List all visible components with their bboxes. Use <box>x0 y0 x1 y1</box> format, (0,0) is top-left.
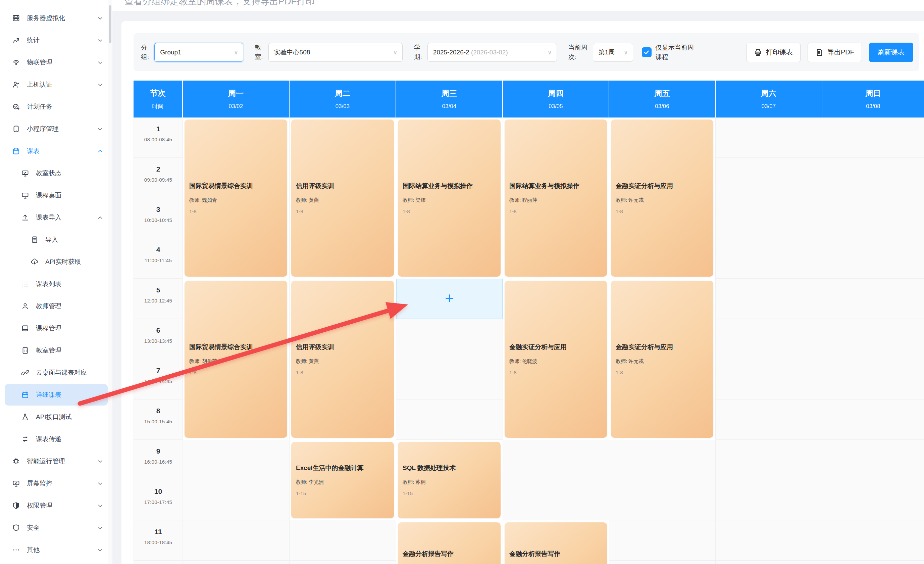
sidebar-item-小程序管理[interactable]: 小程序管理 <box>0 118 112 140</box>
sidebar-item-label: 权限管理 <box>27 501 52 510</box>
sidebar-item-课表传递[interactable]: 课表传递 <box>0 428 112 450</box>
transfer-icon <box>21 435 29 443</box>
period-7: 714:00-14:45 <box>134 359 183 400</box>
sidebar-item-详细课表[interactable]: 详细课表 <box>0 384 112 406</box>
sidebar-item-导入[interactable]: 导入 <box>0 229 112 251</box>
course-title: 金融分析报告写作 <box>509 550 602 558</box>
course-card[interactable]: 国际贸易情景综合实训教师: 魏如青1-8 <box>184 119 287 277</box>
week-select-value: 第1周 <box>598 48 620 57</box>
course-card[interactable]: 金融实证分析与应用教师: 伦晓波1-8 <box>505 281 607 438</box>
course-week-range: 1-8 <box>189 370 282 375</box>
course-card[interactable]: SQL 数据处理技术教师: 苏桐1-15 <box>398 442 501 518</box>
sidebar-item-权限管理[interactable]: 权限管理 <box>0 495 112 517</box>
course-card[interactable]: 金融实证分析与应用教师: 许元戎1-8 <box>611 281 713 438</box>
week-select[interactable]: 第1周 ∨ <box>593 43 633 62</box>
current-week-only-checkbox-group: 仅显示当前周 课程 <box>642 43 694 62</box>
list-icon <box>21 280 29 288</box>
course-card[interactable]: 国际结算业务与模拟操作教师: 程丽萍1-8 <box>505 119 607 277</box>
semester-select[interactable]: 2025-2026-2 (2026-03-02) ∨ <box>428 43 557 62</box>
course-card[interactable]: 国际贸易情景综合实训教师: 胡俊芳1-8 <box>184 281 287 438</box>
course-card[interactable]: Excel生活中的金融计算教师: 李光洲1-15 <box>291 442 394 518</box>
link-icon <box>21 368 29 377</box>
chevron-down-icon <box>97 459 103 464</box>
header-day-周二: 周二03/03 <box>290 81 396 117</box>
course-teacher: 教师: 梁炜 <box>403 197 496 203</box>
chevron-down-icon <box>97 126 103 132</box>
period-11: 1118:00-18:45 <box>134 520 183 561</box>
sidebar-item-label: 安全 <box>27 523 40 532</box>
course-card[interactable]: 金融分析报告写作教师: 张晖 <box>505 522 607 564</box>
sidebar-item-课程管理[interactable]: 课程管理 <box>0 317 112 339</box>
period-10: 1017:00-17:45 <box>134 480 183 520</box>
miniapp-icon <box>12 125 20 133</box>
sidebar-item-API实时获取[interactable]: API实时获取 <box>0 251 112 273</box>
room-select[interactable]: 实验中心508 ∨ <box>268 43 403 62</box>
sidebar-item-课表[interactable]: 课表 <box>0 140 112 162</box>
sidebar-item-label: 教室状态 <box>36 169 62 177</box>
sidebar-menu: 服务器虚拟化统计物联管理上机认证计划任务小程序管理课表教室状态课程桌面课表导入导… <box>0 0 112 561</box>
sidebar-item-label: 智能运行管理 <box>27 457 65 466</box>
period-9: 916:00-16:45 <box>134 440 183 480</box>
action-buttons: 打印课表 导出PDF 刷新课表 <box>746 43 913 62</box>
course-card[interactable]: 信用评级实训教师: 黄燕1-8 <box>291 119 394 277</box>
sidebar-item-label: 物联管理 <box>27 58 52 67</box>
sidebar-item-label: API实时获取 <box>45 257 81 266</box>
sidebar-item-教师管理[interactable]: 教师管理 <box>0 295 112 317</box>
sidebar-item-物联管理[interactable]: 物联管理 <box>0 51 112 74</box>
course-week-range: 1-8 <box>403 209 496 214</box>
sidebar-item-智能运行管理[interactable]: 智能运行管理 <box>0 450 112 472</box>
period-2: 209:00-09:45 <box>134 158 183 198</box>
course-teacher: 教师: 魏如青 <box>189 197 282 203</box>
course-week-range: 1-8 <box>296 209 389 214</box>
period-8: 815:00-15:45 <box>134 400 183 440</box>
sidebar-item-label: 云桌面与课表对应 <box>36 368 87 377</box>
course-card[interactable]: 金融分析报告写作教师: 陈修兰 <box>398 522 501 564</box>
timetable-body: 108:00-08:45209:00-09:45310:00-10:45411:… <box>134 117 924 564</box>
group-label: 分 组: <box>141 43 149 62</box>
period-1: 108:00-08:45 <box>134 117 183 158</box>
course-teacher: 教师: 胡俊芳 <box>189 358 282 365</box>
course-card[interactable]: 金融实证分析与应用教师: 许元戎1-8 <box>611 119 713 277</box>
sidebar-item-教室管理[interactable]: 教室管理 <box>0 339 112 362</box>
content-card: 分 组: Group1 ∨ 教 室: 实验中心508 ∨ 学 期: 2025-2… <box>122 21 924 564</box>
sidebar-item-其他[interactable]: 其他 <box>0 539 112 561</box>
header-periods: 节次时间 <box>134 81 183 117</box>
sidebar-item-统计[interactable]: 统计 <box>0 29 112 51</box>
print-schedule-button[interactable]: 打印课表 <box>746 43 801 62</box>
stats-icon <box>12 36 20 44</box>
day-column-周五: 金融实证分析与应用教师: 许元戎1-8金融实证分析与应用教师: 许元戎1-8 <box>609 117 716 564</box>
sidebar-item-安全[interactable]: 安全 <box>0 517 112 539</box>
timetable: 节次时间周一03/02周二03/03周三03/04周四03/05周五03/06周… <box>134 81 924 564</box>
course-card[interactable]: 信用评级实训教师: 黄燕1-8 <box>291 281 394 438</box>
sidebar-item-label: 屏幕监控 <box>27 479 52 488</box>
course-card[interactable]: 国际结算业务与模拟操作教师: 梁炜1-8 <box>398 119 501 277</box>
file-import-icon <box>30 236 39 244</box>
sidebar-item-计划任务[interactable]: 计划任务 <box>0 96 112 118</box>
course-week-range: 1-8 <box>616 209 709 214</box>
sidebar-item-label: 课表列表 <box>36 280 62 288</box>
sidebar-item-教室状态[interactable]: 教室状态 <box>0 162 112 184</box>
course-teacher: 教师: 许元戎 <box>616 197 709 203</box>
user-check-icon <box>12 81 20 89</box>
day-column-周一: 国际贸易情景综合实训教师: 魏如青1-8国际贸易情景综合实训教师: 胡俊芳1-8 <box>183 117 290 564</box>
sidebar-item-课表列表[interactable]: 课表列表 <box>0 273 112 295</box>
filter-bar: 分 组: Group1 ∨ 教 室: 实验中心508 ∨ 学 期: 2025-2… <box>134 33 919 71</box>
sidebar-scrollbar-thumb[interactable] <box>109 5 111 43</box>
sidebar-item-上机认证[interactable]: 上机认证 <box>0 74 112 96</box>
export-pdf-button[interactable]: 导出PDF <box>808 43 862 62</box>
course-teacher: 教师: 黄燕 <box>296 358 389 365</box>
sidebar-item-服务器虚拟化[interactable]: 服务器虚拟化 <box>0 7 112 29</box>
refresh-schedule-button[interactable]: 刷新课表 <box>869 43 913 62</box>
sidebar-item-课表导入[interactable]: 课表导入 <box>0 206 112 229</box>
add-course-cell[interactable]: + <box>396 279 502 319</box>
course-icon <box>21 324 29 332</box>
sidebar-item-屏幕监控[interactable]: 屏幕监控 <box>0 472 112 495</box>
current-week-only-checkbox[interactable] <box>642 47 652 57</box>
sidebar-item-课程桌面[interactable]: 课程桌面 <box>0 184 112 206</box>
sidebar-item-label: 计划任务 <box>27 102 52 111</box>
building-icon <box>21 346 29 355</box>
sidebar-item-API接口测试[interactable]: API接口测试 <box>0 406 112 428</box>
sidebar-item-云桌面与课表对应[interactable]: 云桌面与课表对应 <box>0 362 112 384</box>
screen-monitor-icon <box>12 480 20 487</box>
group-select[interactable]: Group1 ∨ <box>154 43 243 62</box>
